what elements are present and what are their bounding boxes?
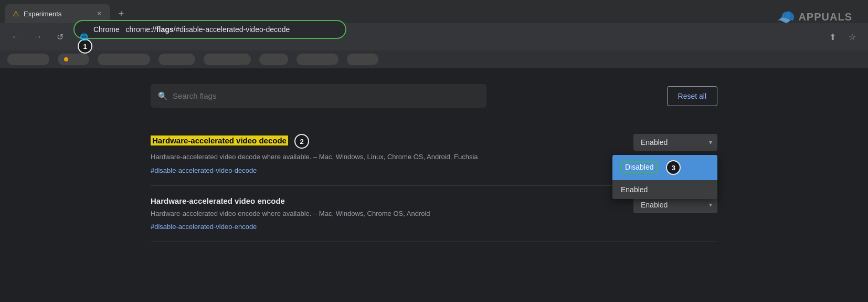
bookmark-2[interactable]	[58, 54, 89, 65]
watermark-text: APPUALS	[798, 11, 852, 23]
flags-list: Hardware-accelerated video decode 2 Hard…	[119, 123, 749, 242]
reset-all-button[interactable]: Reset all	[667, 86, 717, 106]
browser-frame: ⚠ Experiments ✕ + ← → ↺ 🌐 Chrome chrome:…	[0, 0, 868, 302]
flag-decode-description: Hardware-accelerated video decode where …	[151, 152, 602, 162]
page-content: 🔍 Reset all Hardware-accelerated video d…	[0, 68, 868, 302]
address-bar-wrapper: 🌐 Chrome chrome://flags/#disable-acceler…	[73, 20, 346, 54]
flag-decode-dropdown-open: Disabled 3 Enabled	[612, 155, 717, 199]
bookmark-button[interactable]: ☆	[844, 28, 861, 45]
dropdown-option-disabled[interactable]: Disabled 3	[612, 155, 717, 180]
address-globe-icon: 🌐	[80, 33, 88, 41]
flag-encode-link[interactable]: #disable-accelerated-video-encode	[151, 223, 257, 231]
flag-decode-info: Hardware-accelerated video decode 2 Hard…	[151, 134, 602, 175]
flag-item-decode: Hardware-accelerated video decode 2 Hard…	[151, 123, 717, 186]
bookmark-6[interactable]	[259, 54, 288, 65]
bookmark-7[interactable]	[297, 54, 338, 65]
flag-encode-title: Hardware-accelerated video encode	[151, 196, 602, 205]
address-bar[interactable]: Chrome chrome://flags/#disable-accelerat…	[73, 20, 346, 39]
flag-decode-title-highlighted: Hardware-accelerated video decode	[151, 136, 288, 145]
tab-close-button[interactable]: ✕	[96, 9, 103, 18]
reload-button[interactable]: ↺	[51, 28, 68, 45]
bookmark-4[interactable]	[158, 54, 195, 65]
nav-bar: ← → ↺ 🌐 Chrome chrome://flags/#disable-a…	[0, 23, 868, 50]
tab-warning-icon: ⚠	[13, 9, 19, 18]
dropdown-option-enabled[interactable]: Enabled	[612, 180, 717, 199]
search-icon: 🔍	[158, 91, 168, 101]
address-flags-bold: flags	[156, 25, 174, 34]
bookmark-5[interactable]	[204, 54, 251, 65]
experiments-page: 🔍 Reset all Hardware-accelerated video d…	[119, 68, 749, 258]
bookmark-1[interactable]	[7, 54, 49, 65]
flag-decode-control: Enabled ▾ Disabled 3 Enabled	[612, 134, 717, 151]
watermark: 🧢 APPUALS	[777, 8, 852, 26]
step-badge-1: 1	[78, 39, 92, 54]
bookmark-3[interactable]	[98, 54, 150, 65]
step-badge-3: 3	[666, 160, 681, 175]
forward-button[interactable]: →	[29, 28, 46, 45]
new-tab-button[interactable]: +	[113, 6, 129, 22]
share-button[interactable]: ⬆	[824, 28, 841, 45]
step-badge-2: 2	[294, 134, 309, 149]
address-prefix: Chrome	[93, 25, 120, 34]
back-button[interactable]: ←	[7, 28, 24, 45]
tab-title: Experiments	[24, 10, 91, 18]
nav-right: ⬆ ☆	[824, 28, 861, 45]
bookmark-8[interactable]	[347, 54, 378, 65]
option-disabled-badge: Disabled	[621, 161, 658, 173]
search-bar-wrapper: 🔍	[151, 84, 486, 108]
address-text: Chrome chrome://flags/#disable-accelerat…	[93, 25, 290, 34]
flag-decode-dropdown-wrapper: Enabled ▾ Disabled 3 Enabled	[633, 134, 717, 151]
flag-decode-title: Hardware-accelerated video decode 2	[151, 134, 602, 149]
flag-decode-link[interactable]: #disable-accelerated-video-decode	[151, 166, 257, 174]
search-bar-container: 🔍 Reset all	[119, 84, 749, 108]
search-flags-input[interactable]	[151, 84, 486, 108]
flag-decode-dropdown[interactable]: Enabled	[633, 134, 717, 151]
flag-encode-description: Hardware-accelerated video encode where …	[151, 209, 602, 219]
flag-encode-info: Hardware-accelerated video encode Hardwa…	[151, 196, 602, 232]
